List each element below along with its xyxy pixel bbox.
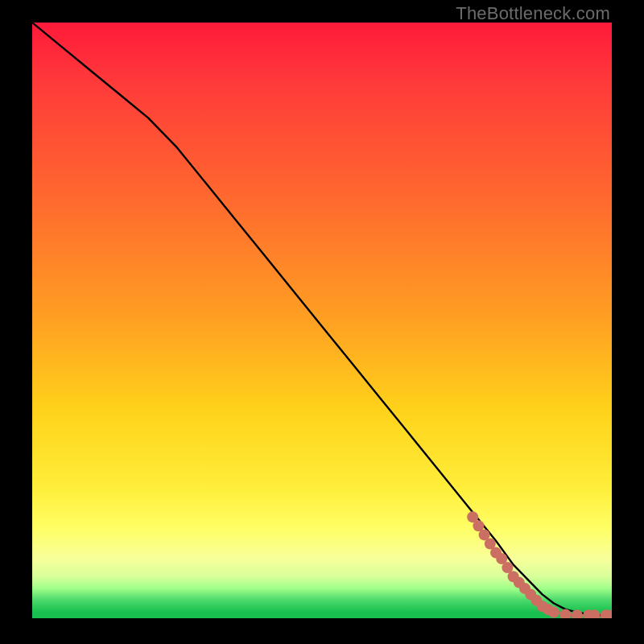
chart-frame: TheBottleneck.com — [0, 0, 644, 644]
curve-line — [32, 23, 612, 615]
plot-area — [32, 23, 612, 618]
chart-overlay — [32, 23, 612, 618]
marker-dot — [548, 607, 559, 618]
highlight-markers — [467, 511, 612, 618]
watermark-text: TheBottleneck.com — [456, 3, 610, 24]
